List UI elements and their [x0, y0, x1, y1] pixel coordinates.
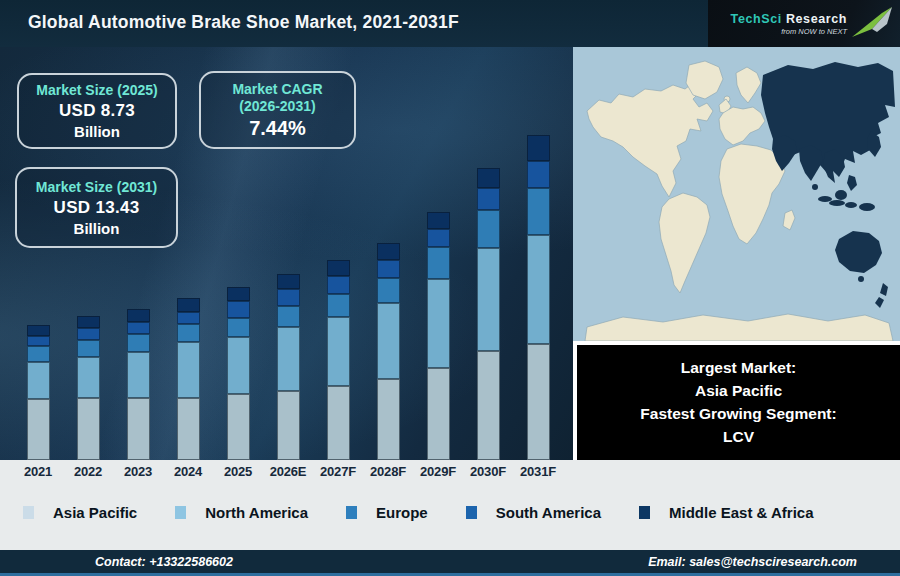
market-size-2031-value: USD 13.43: [23, 198, 170, 218]
callout-line-4: LCV: [577, 425, 900, 448]
bar-segment: [227, 394, 250, 460]
bar-segment: [327, 260, 350, 276]
x-axis-label: 2026E: [263, 464, 313, 479]
x-axis-label: 2025: [213, 464, 263, 479]
bar-2028F: [377, 243, 400, 460]
header-bar: Global Automotive Brake Shoe Market, 202…: [0, 0, 900, 47]
bar-2023: [127, 309, 150, 460]
bar-2026E: [277, 274, 300, 460]
legend-item: South America: [466, 504, 601, 521]
bar-segment: [77, 316, 100, 328]
legend-label: North America: [205, 504, 308, 521]
bar-segment: [477, 168, 500, 188]
bar-segment: [477, 210, 500, 248]
bar-segment: [77, 328, 100, 340]
logo-text: TechSci Research from NOW to NEXT: [731, 12, 847, 36]
market-cagr-box: Market CAGR (2026-2031) 7.44%: [199, 71, 356, 149]
x-axis-label: 2022: [63, 464, 113, 479]
page-title: Global Automotive Brake Shoe Market, 202…: [28, 0, 459, 44]
market-size-2025-box: Market Size (2025) USD 8.73 Billion: [17, 73, 177, 149]
bar-segment: [127, 309, 150, 322]
legend-label: Middle East & Africa: [669, 504, 813, 521]
x-axis-label: 2023: [113, 464, 163, 479]
bar-2031F: [527, 135, 550, 460]
bar-segment: [277, 274, 300, 289]
legend-swatch: [466, 506, 477, 519]
largest-market-callout: Largest Market: Asia Pacific Fastest Gro…: [577, 345, 900, 460]
x-axis-label: 2028F: [363, 464, 413, 479]
logo-wordmark: TechSci Research: [731, 12, 847, 26]
bar-segment: [77, 340, 100, 357]
legend-label: South America: [496, 504, 601, 521]
bar-segment: [327, 276, 350, 294]
market-cagr-label-line2: (2026-2031): [239, 98, 315, 114]
x-axis-label: 2030F: [463, 464, 513, 479]
bar-segment: [377, 243, 400, 260]
chart-legend: Asia PacificNorth AmericaEuropeSouth Ame…: [23, 504, 814, 521]
bar-segment: [477, 351, 500, 460]
logo-tagline: from NOW to NEXT: [781, 27, 847, 36]
market-size-2031-box: Market Size (2031) USD 13.43 Billion: [15, 167, 178, 248]
bar-2024: [177, 298, 200, 460]
bar-segment: [27, 336, 50, 346]
bar-segment: [377, 303, 400, 379]
bar-segment: [377, 278, 400, 303]
footer-email: Email: sales@techsciresearch.com: [648, 555, 857, 569]
bar-segment: [527, 344, 550, 460]
bar-segment: [477, 248, 500, 351]
x-axis-label: 2024: [163, 464, 213, 479]
bar-segment: [277, 327, 300, 391]
bar-segment: [527, 161, 550, 188]
bar-segment: [527, 235, 550, 344]
bar-segment: [227, 301, 250, 318]
x-axis-label: 2029F: [413, 464, 463, 479]
bar-segment: [177, 342, 200, 398]
bar-segment: [277, 391, 300, 460]
chart-area: Market Size (2025) USD 8.73 Billion Mark…: [0, 47, 573, 460]
bar-segment: [177, 398, 200, 460]
arrow-icon: [852, 7, 892, 41]
legend-label: Asia Pacific: [53, 504, 137, 521]
bar-segment: [77, 398, 100, 460]
legend-swatch: [346, 506, 357, 519]
market-infographic: Global Automotive Brake Shoe Market, 202…: [0, 0, 900, 576]
legend-item: Middle East & Africa: [639, 504, 813, 521]
bar-segment: [377, 379, 400, 460]
market-cagr-value: 7.44%: [207, 117, 348, 140]
bar-segment: [527, 135, 550, 161]
bar-segment: [177, 312, 200, 324]
bar-2029F: [427, 212, 450, 460]
callout-line-2: Asia Pacific: [577, 379, 900, 402]
bar-segment: [427, 229, 450, 247]
legend-swatch: [175, 506, 186, 519]
legend-swatch: [639, 506, 650, 519]
footer-contact: Contact: +13322586602: [95, 555, 233, 569]
techsci-logo: TechSci Research from NOW to NEXT: [708, 0, 900, 47]
x-axis-label: 2027F: [313, 464, 363, 479]
bar-segment: [277, 306, 300, 327]
bar-2027F: [327, 260, 350, 460]
legend-swatch: [23, 506, 34, 519]
bar-segment: [227, 337, 250, 394]
bar-segment: [27, 325, 50, 336]
market-size-2025-unit: Billion: [25, 123, 169, 140]
x-axis-label: 2031F: [513, 464, 563, 479]
bar-2030F: [477, 168, 500, 460]
legend-item: Asia Pacific: [23, 504, 137, 521]
bar-segment: [227, 287, 250, 301]
logo-brand-primary: TechSci: [731, 12, 782, 26]
market-cagr-label: Market CAGR (2026-2031): [207, 81, 348, 115]
bar-segment: [427, 368, 450, 460]
bar-segment: [427, 212, 450, 229]
bar-segment: [27, 346, 50, 362]
bar-2021: [27, 325, 50, 460]
bar-segment: [327, 317, 350, 386]
legend-item: Europe: [346, 504, 428, 521]
logo-brand-secondary: Research: [786, 12, 847, 26]
world-map: [573, 47, 900, 341]
bar-segment: [27, 362, 50, 399]
bar-segment: [327, 386, 350, 460]
bar-2025: [227, 287, 250, 460]
bar-segment: [127, 398, 150, 460]
callout-line-3: Fastest Growing Segment:: [577, 402, 900, 425]
